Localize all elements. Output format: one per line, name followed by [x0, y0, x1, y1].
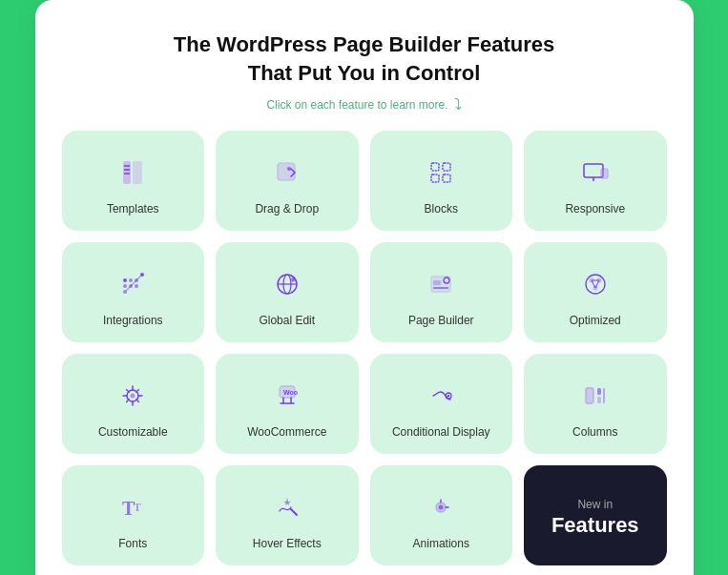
feature-woocommerce[interactable]: Woo WooCommerce: [216, 354, 359, 454]
feature-conditional-display[interactable]: Conditional Display: [370, 354, 513, 454]
integrations-label: Integrations: [103, 314, 163, 327]
customizable-label: Customizable: [98, 425, 168, 439]
woocommerce-label: WooCommerce: [247, 425, 326, 439]
svg-point-19: [135, 284, 138, 288]
feature-hover-effects[interactable]: Hover Effects: [216, 465, 359, 565]
page-title: The WordPress Page Builder Features That…: [62, 31, 667, 87]
animations-label: Animations: [413, 537, 469, 550]
hint-text: Click on each feature to learn more. ⤵: [62, 96, 667, 113]
responsive-icon: [573, 151, 617, 195]
feature-customizable[interactable]: Customizable: [62, 354, 205, 454]
feature-page-builder[interactable]: Page Builder: [370, 242, 513, 342]
svg-point-38: [131, 393, 135, 398]
woocommerce-icon: Woo: [265, 374, 309, 418]
svg-line-22: [126, 276, 141, 291]
page-builder-label: Page Builder: [408, 314, 474, 327]
fonts-icon: T T: [111, 485, 155, 529]
svg-rect-13: [601, 169, 608, 178]
svg-point-51: [439, 504, 444, 509]
feature-animations[interactable]: Animations: [370, 465, 513, 565]
svg-rect-7: [431, 163, 439, 171]
global-edit-label: Global Edit: [259, 314, 315, 327]
feature-blocks[interactable]: Blocks: [370, 131, 513, 231]
optimized-label: Optimized: [570, 314, 621, 327]
columns-icon: [573, 374, 617, 418]
features-grid: Templates Drag & Drop: [62, 131, 667, 565]
svg-line-49: [291, 509, 297, 515]
svg-rect-8: [443, 163, 450, 171]
feature-responsive[interactable]: Responsive: [524, 131, 667, 231]
svg-rect-46: [603, 388, 605, 403]
fonts-label: Fonts: [118, 537, 147, 550]
svg-point-18: [129, 278, 133, 282]
drag-drop-label: Drag & Drop: [255, 202, 319, 216]
arrow-icon: ⤵: [454, 96, 462, 113]
new-in-label: New in: [577, 498, 613, 511]
svg-rect-28: [433, 280, 441, 285]
svg-rect-43: [586, 388, 593, 403]
global-edit-icon: [265, 262, 309, 306]
svg-rect-0: [123, 161, 131, 184]
columns-label: Columns: [572, 425, 617, 439]
feature-drag-drop[interactable]: Drag & Drop: [216, 131, 359, 231]
svg-rect-45: [597, 397, 601, 403]
svg-point-30: [586, 275, 605, 294]
svg-rect-9: [431, 175, 439, 182]
feature-templates[interactable]: Templates: [62, 131, 205, 231]
blocks-label: Blocks: [425, 202, 458, 216]
feature-columns[interactable]: Columns: [524, 354, 667, 454]
svg-rect-5: [278, 163, 295, 180]
hover-effects-icon: [265, 485, 309, 529]
feature-integrations[interactable]: Integrations: [62, 242, 205, 342]
svg-point-20: [123, 278, 127, 282]
svg-point-42: [447, 395, 449, 397]
svg-rect-11: [584, 164, 603, 177]
svg-text:T: T: [134, 501, 141, 514]
hover-effects-label: Hover Effects: [253, 537, 322, 550]
customizable-icon: [111, 374, 155, 418]
features-big-label: Features: [551, 513, 639, 538]
conditional-display-icon: [419, 374, 463, 418]
animations-icon: [419, 485, 463, 529]
blocks-icon: [419, 151, 463, 195]
feature-fonts[interactable]: T T Fonts: [62, 465, 205, 565]
main-card: The WordPress Page Builder Features That…: [35, 0, 694, 575]
optimized-icon: [573, 262, 617, 306]
feature-new-in[interactable]: New in Features: [524, 465, 667, 565]
templates-icon: [111, 151, 155, 195]
svg-point-16: [123, 284, 127, 288]
feature-optimized[interactable]: Optimized: [524, 242, 667, 342]
svg-rect-10: [443, 175, 450, 182]
drag-drop-icon: [265, 151, 309, 195]
integrations-icon: [111, 262, 155, 306]
templates-label: Templates: [107, 202, 159, 216]
svg-text:Woo: Woo: [283, 389, 298, 396]
page-builder-icon: [419, 262, 463, 306]
feature-global-edit[interactable]: Global Edit: [216, 242, 359, 342]
svg-point-6: [287, 167, 291, 171]
svg-rect-1: [133, 161, 142, 184]
svg-rect-44: [597, 388, 601, 395]
conditional-display-label: Conditional Display: [392, 425, 490, 439]
responsive-label: Responsive: [565, 202, 625, 216]
